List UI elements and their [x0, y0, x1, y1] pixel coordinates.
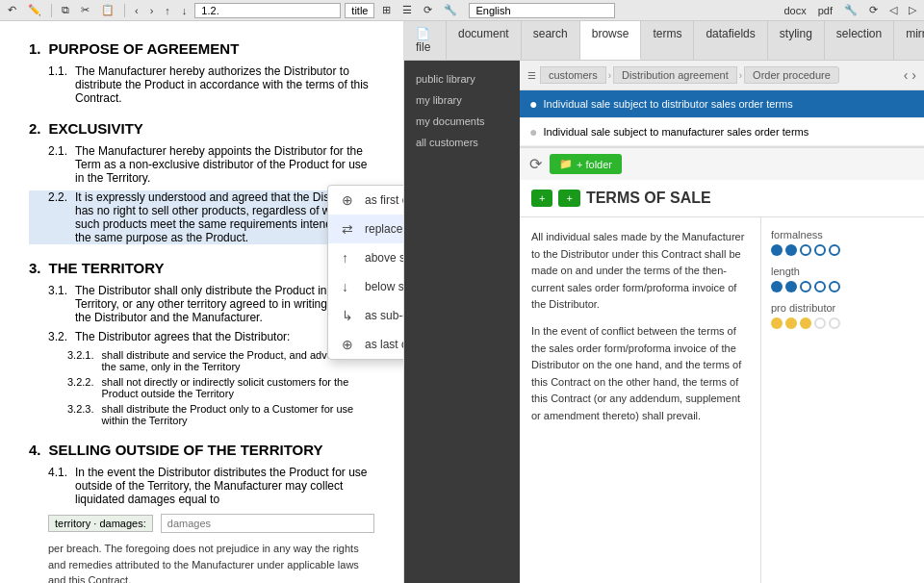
breadcrumb-customers[interactable]: customers	[540, 66, 606, 84]
breadcrumb-distribution[interactable]: Distribution agreement	[613, 66, 737, 84]
territory-damages-label: territory · damages:	[48, 515, 153, 532]
s4-tail: per breach. The foregoing does not preju…	[29, 541, 374, 583]
s3-2-3-num: 3.2.3.	[67, 403, 94, 426]
ctx-above[interactable]: ↑ above selected clause	[328, 243, 404, 272]
section-3-2-2: 3.2.2. shall not directly or indirectly …	[29, 376, 374, 399]
nav-up[interactable]: ↑	[161, 4, 174, 17]
context-menu: ⊕ as first clause of document ⇄ replace …	[327, 185, 404, 360]
arrow-right-icon[interactable]: ▷	[905, 3, 920, 17]
section-3: 3. THE TERRITORY 3.1. The Distributor sh…	[29, 260, 374, 426]
ctx-label-above: above selected clause	[365, 251, 404, 265]
ctx-icon-replace: ⇄	[342, 221, 357, 237]
breadcrumb-prev[interactable]: ‹	[904, 67, 909, 83]
copy-button[interactable]: ⧉	[58, 3, 73, 17]
icon-btn-4[interactable]: 🔧	[440, 3, 461, 17]
s1-1-num: 1.1.	[48, 64, 67, 105]
language-input[interactable]	[469, 3, 615, 18]
pro-dist-dot-4	[814, 317, 826, 329]
length-label: length	[771, 266, 914, 277]
ctx-icon-first: ⊕	[342, 192, 357, 208]
breadcrumb: ☰ customers › Distribution agreement › O…	[520, 61, 924, 90]
breadcrumb-next[interactable]: ›	[911, 67, 916, 83]
arrow-left-icon[interactable]: ◁	[886, 3, 901, 17]
pro-dist-dot-3	[800, 317, 811, 329]
add-button[interactable]: +	[531, 190, 552, 207]
ctx-label-last: as last clause of document	[365, 338, 404, 351]
tab-document[interactable]: document	[447, 21, 522, 60]
lib-customers[interactable]: all customers	[404, 132, 520, 153]
nav-prev[interactable]: ‹	[131, 4, 142, 17]
pro-distributor-attr: pro distributor	[771, 302, 914, 329]
right-body: public library my library my documents a…	[404, 61, 924, 583]
formalness-dot-4	[814, 244, 826, 256]
docx-button[interactable]: docx	[780, 4, 809, 17]
tab-file[interactable]: 📄file	[404, 21, 447, 60]
pro-dist-dot-5	[829, 317, 840, 329]
ctx-as-last[interactable]: ⊕ as last clause of document	[328, 330, 404, 359]
section-3-title: THE TERRITORY	[49, 260, 165, 276]
main-layout: 1. PURPOSE OF AGREEMENT 1.1. The Manufac…	[0, 21, 924, 583]
lib-docs[interactable]: my documents	[404, 111, 520, 132]
breadcrumb-order[interactable]: Order procedure	[744, 66, 839, 84]
icon-btn-3[interactable]: ⟳	[420, 3, 436, 17]
redo-button[interactable]: ✏️	[24, 3, 45, 17]
s2-2-num: 2.2.	[48, 190, 67, 244]
length-dot-4	[814, 281, 826, 292]
right-panel: 📄file document search browse terms dataf…	[404, 21, 924, 583]
ctx-label-replace: replace selected clause	[365, 222, 404, 236]
tab-search[interactable]: search	[522, 21, 580, 60]
length-dot-2	[785, 281, 797, 292]
section-4: 4. SELLING OUTSIDE OF THE TERRITORY 4.1.…	[29, 442, 374, 583]
folder-button[interactable]: 📁 + folder	[550, 154, 622, 174]
version-input[interactable]	[194, 3, 341, 18]
formalness-dots	[771, 244, 914, 256]
section-2-title: EXCLUSIVITY	[49, 120, 143, 137]
nav-next[interactable]: ›	[146, 4, 158, 17]
cut-button[interactable]: ✂	[77, 3, 93, 17]
icon-btn-2[interactable]: ☰	[398, 3, 416, 17]
s3-2-num: 3.2.	[48, 330, 67, 343]
territory-damages-input[interactable]	[161, 514, 374, 533]
section-3-2-3: 3.2.3. shall distribute the Product only…	[29, 403, 374, 426]
clause-unselected-indicator: ●	[529, 124, 537, 139]
section-1: 1. PURPOSE OF AGREEMENT 1.1. The Manufac…	[29, 40, 374, 105]
tab-terms[interactable]: terms	[641, 21, 694, 60]
pro-distributor-label: pro distributor	[771, 302, 914, 314]
section-1-1: 1.1. The Manufacturer hereby authorizes …	[29, 64, 374, 105]
tab-browse[interactable]: browse	[580, 21, 642, 60]
clause-item-0[interactable]: ● Individual sale subject to distributor…	[520, 90, 924, 118]
icon-btn-1[interactable]: ⊞	[378, 3, 395, 17]
ctx-icon-below: ↓	[342, 279, 357, 294]
refresh-icon[interactable]: ⟳	[865, 3, 882, 17]
paste-button[interactable]: 📋	[97, 3, 118, 17]
section-1-heading: 1. PURPOSE OF AGREEMENT	[29, 40, 374, 57]
add-button-2[interactable]: +	[558, 190, 579, 207]
undo-button[interactable]: ↶	[4, 3, 20, 17]
nav-down[interactable]: ↓	[178, 4, 192, 17]
content-attrs: All individual sales made by the Manufac…	[520, 217, 924, 583]
clause-item-1[interactable]: ● Individual sale subject to manufacture…	[520, 118, 924, 146]
lib-public[interactable]: public library	[404, 68, 520, 89]
tab-datafields[interactable]: datafields	[694, 21, 767, 60]
ctx-as-first[interactable]: ⊕ as first clause of document	[328, 186, 404, 215]
tab-selection[interactable]: selection	[825, 21, 894, 60]
terms-para-2: In the event of conflict between the ter…	[531, 323, 749, 425]
lib-mine[interactable]: my library	[404, 89, 520, 111]
s2-1-text: The Manufacturer hereby appoints the Dis…	[75, 144, 374, 185]
pdf-button[interactable]: pdf	[814, 4, 836, 17]
s3-1-num: 3.1.	[48, 284, 67, 324]
settings-icon[interactable]: 🔧	[840, 3, 861, 17]
title-button[interactable]: title	[345, 3, 374, 18]
section-2-2: 2.2. It is expressly understood and agre…	[29, 190, 374, 244]
ctx-sub[interactable]: ↳ as sub-clause	[328, 301, 404, 330]
formalness-dot-5	[829, 244, 840, 256]
clause-0-text: Individual sale subject to distributor s…	[543, 98, 792, 110]
s3-2-2-num: 3.2.2.	[67, 376, 94, 399]
ctx-replace[interactable]: ⇄ replace selected clause	[328, 215, 404, 243]
ctx-below[interactable]: ↓ below selected clause	[328, 272, 404, 301]
tab-styling[interactable]: styling	[768, 21, 825, 60]
s4-1-num: 4.1.	[48, 466, 67, 506]
tab-mirror[interactable]: mirror	[894, 21, 924, 60]
refresh-button[interactable]: ⟳	[529, 155, 542, 173]
actions-row: ⟳ 📁 + folder	[520, 147, 924, 180]
